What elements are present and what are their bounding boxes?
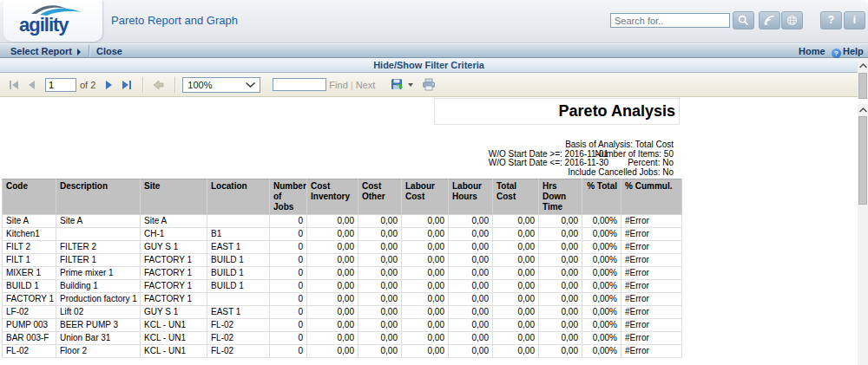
table-cell: 0,00	[358, 306, 402, 319]
table-cell: 0,00%	[582, 345, 621, 358]
table-cell: 0,00	[539, 345, 582, 358]
table-cell: KCL - UN1	[141, 345, 207, 358]
current-page-input[interactable]	[45, 78, 76, 92]
table-cell: 0,00	[449, 345, 493, 358]
table-cell: 0,00%	[582, 332, 621, 345]
table-cell: #Error	[621, 228, 682, 241]
table-cell: 0	[270, 319, 307, 332]
table-cell: 0	[270, 215, 307, 228]
search-button[interactable]	[733, 11, 754, 29]
globe-button[interactable]	[781, 11, 803, 29]
next-page-button[interactable]	[101, 76, 118, 94]
zoom-value: 100%	[187, 80, 212, 90]
export-menu-caret-icon[interactable]	[408, 83, 413, 87]
search-icon	[738, 15, 749, 26]
rss-button[interactable]	[759, 11, 780, 29]
table-cell: 0,00	[307, 241, 358, 254]
table-cell: FL-02	[207, 319, 270, 332]
find-next-button[interactable]: Next	[356, 80, 376, 90]
search-input[interactable]	[610, 13, 730, 28]
print-button[interactable]	[420, 76, 437, 94]
table-cell: 0	[270, 228, 307, 241]
previous-page-button[interactable]	[23, 76, 40, 94]
table-cell: 0,00	[307, 228, 358, 241]
table-cell: 0	[270, 254, 307, 267]
table-cell: Site A	[141, 215, 207, 228]
table-cell: 0,00	[307, 267, 358, 280]
back-to-parent-button[interactable]	[150, 76, 168, 94]
parameter-left: W/O Start Date >=: 2016-11-01	[489, 149, 608, 159]
last-page-button[interactable]	[118, 76, 135, 94]
logo-panel: agility	[3, 0, 102, 42]
table-cell: 0,00	[449, 332, 493, 345]
table-cell: 0,00	[402, 332, 449, 345]
menu-help[interactable]: ?Help	[832, 46, 864, 58]
report-scroll-up-button[interactable]	[858, 104, 868, 115]
find-button[interactable]: Find	[329, 80, 347, 90]
table-cell: 0,00	[307, 332, 358, 345]
menu-select-report[interactable]: Select Report	[10, 46, 81, 56]
find-text-input[interactable]	[273, 78, 326, 91]
table-cell: 0,00	[402, 228, 449, 241]
page-scrollbar-thumb[interactable]	[858, 73, 867, 99]
table-cell: 0,00%	[582, 280, 621, 293]
menu-home[interactable]: Home	[799, 46, 825, 56]
export-button[interactable]	[388, 76, 405, 94]
next-page-icon	[106, 81, 113, 89]
filter-criteria-toggle[interactable]: Hide/Show Filter Criteria	[0, 58, 858, 73]
table-cell: 0,00	[493, 293, 539, 306]
column-header: Location	[207, 179, 270, 215]
column-header: Cost Other	[358, 179, 402, 215]
column-header: Labour Cost	[402, 179, 449, 215]
table-cell: 0,00%	[582, 267, 621, 280]
table-cell: 0,00	[493, 254, 539, 267]
report-scrollbar-thumb[interactable]	[858, 116, 867, 205]
zoom-select[interactable]: 100%	[182, 77, 260, 93]
chevron-up-icon	[859, 63, 867, 68]
table-cell: #Error	[621, 293, 682, 306]
table-header-row: CodeDescriptionSiteLocationNumber of Job…	[3, 179, 682, 215]
report-page: Pareto Analysis Basis of Analysis: Total…	[0, 97, 858, 365]
table-row: BAR 003-FUnion Bar 31KCL - UN1FL-0200,00…	[3, 332, 682, 345]
menu-select-report-label: Select Report	[10, 46, 72, 56]
page-scroll-up-button[interactable]	[858, 60, 868, 71]
table-cell: KCL - UN1	[141, 319, 207, 332]
menu-close[interactable]: Close	[96, 46, 122, 56]
info-button[interactable]: i	[844, 11, 865, 29]
table-row: Kitchen1CH-1B100,000,000,000,000,000,000…	[3, 228, 682, 241]
menubar: Select Report Close Home ?Help	[0, 43, 868, 58]
table-cell: #Error	[621, 306, 682, 319]
column-header: Number of Jobs	[270, 179, 307, 215]
table-cell: 0,00	[449, 280, 493, 293]
help-circle-icon: ?	[832, 49, 841, 58]
table-row: MIXER 1Prime mixer 1FACTORY 1BUILD 100,0…	[3, 267, 682, 280]
table-cell: PUMP 003	[3, 319, 56, 332]
table-cell: 0,00	[307, 254, 358, 267]
column-header: Cost Inventory	[307, 179, 358, 215]
table-cell	[56, 228, 141, 241]
rss-icon	[764, 15, 775, 26]
table-cell: 0,00%	[582, 241, 621, 254]
table-cell: 0,00	[493, 345, 539, 358]
table-cell: 0,00	[307, 345, 358, 358]
table-cell: 0,00	[539, 267, 582, 280]
table-cell: FACTORY 1	[3, 293, 56, 306]
table-cell: 0,00%	[582, 306, 621, 319]
table-cell: FACTORY 1	[141, 254, 207, 267]
table-cell: 0,00	[449, 293, 493, 306]
vertical-scrollbar[interactable]	[858, 58, 868, 365]
app-header: agility Pareto Report and Graph	[0, 0, 868, 43]
table-cell: #Error	[621, 345, 682, 358]
parameter-right: Include Cancelled Jobs: No	[568, 167, 674, 177]
table-row: FACTORY 1Production factory 1FACTORY 100…	[3, 293, 682, 306]
parameter-right: Number of Items: 50	[595, 149, 674, 159]
table-cell: Union Bar 31	[56, 332, 141, 345]
table-cell: #Error	[621, 267, 682, 280]
help-button[interactable]: ?	[820, 11, 842, 29]
table-cell: Building 1	[56, 280, 141, 293]
table-cell: FILT 2	[3, 241, 56, 254]
table-cell: FACTORY 1	[141, 280, 207, 293]
first-page-button[interactable]	[5, 76, 23, 94]
table-cell: 0,00	[493, 319, 539, 332]
table-cell: GUY S 1	[141, 241, 207, 254]
